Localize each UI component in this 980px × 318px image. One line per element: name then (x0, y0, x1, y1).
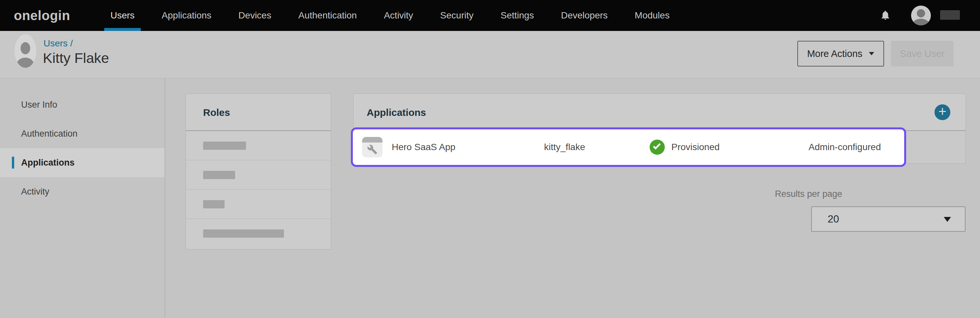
provisioned-check-icon (650, 139, 665, 155)
avatar-silhouette-body (913, 19, 929, 25)
avatar-silhouette-body (16, 58, 34, 68)
breadcrumb[interactable]: Users / (43, 38, 73, 49)
applications-panel-title: Applications (367, 94, 426, 131)
add-application-button[interactable]: + (934, 104, 950, 120)
onelogin-admin-page: onelogin Users Applications Devices Auth… (0, 0, 980, 318)
more-actions-label: More Actions (807, 48, 862, 59)
save-user-label: Save User (900, 48, 944, 59)
avatar-silhouette-head (917, 9, 925, 17)
results-per-page-select[interactable]: 20 (811, 206, 966, 232)
account-avatar[interactable] (911, 6, 931, 25)
nav-tab-security[interactable]: Security (427, 0, 487, 31)
applications-panel-header: Applications + (353, 94, 966, 131)
sidebar-item-user-info[interactable]: User Info (0, 90, 165, 119)
nav-tab-devices[interactable]: Devices (225, 0, 285, 31)
nav-tab-label: Activity (384, 10, 413, 21)
roles-panel-header: Roles (186, 94, 331, 131)
sidebar-item-applications[interactable]: Applications (0, 148, 165, 177)
redacted-role-name (203, 171, 235, 179)
notifications-bell-icon[interactable] (880, 9, 891, 21)
app-status-label: Provisioned (671, 142, 719, 152)
account-name-redacted[interactable] (940, 10, 960, 20)
nav-tab-label: Users (110, 10, 135, 21)
app-status-cell: Provisioned (650, 130, 719, 165)
sidebar-item-label: Applications (21, 158, 75, 168)
redacted-role-name (203, 200, 224, 208)
page-title: Kitty Flake (43, 50, 109, 66)
chevron-down-icon (944, 217, 951, 222)
roles-panel: Roles (186, 93, 331, 250)
app-config-type: Admin-configured (808, 130, 881, 165)
nav-tab-authentication[interactable]: Authentication (285, 0, 370, 31)
nav-tab-label: Authentication (298, 10, 357, 21)
onelogin-logo[interactable]: onelogin (14, 0, 70, 31)
nav-tab-users[interactable]: Users (97, 0, 148, 31)
save-user-button[interactable]: Save User (891, 41, 954, 66)
top-nav-bar: onelogin Users Applications Devices Auth… (0, 0, 980, 31)
sidebar-item-authentication[interactable]: Authentication (0, 119, 165, 148)
nav-tab-developers[interactable]: Developers (547, 0, 621, 31)
nav-tab-label: Devices (239, 10, 271, 21)
nav-tab-label: Developers (561, 10, 608, 21)
redacted-role-name (203, 142, 246, 150)
nav-tab-label: Security (440, 10, 474, 21)
sidebar-item-label: Authentication (21, 129, 78, 139)
nav-tab-modules[interactable]: Modules (621, 0, 683, 31)
sidebar-item-label: Activity (21, 187, 49, 197)
results-per-page-label: Results per page (775, 189, 842, 199)
results-per-page-value: 20 (828, 207, 839, 231)
roles-panel-title: Roles (203, 94, 230, 131)
redacted-role-name (203, 229, 284, 238)
avatar-silhouette-head (21, 42, 30, 54)
sidebar-divider (165, 78, 165, 318)
app-username: kitty_flake (544, 130, 585, 165)
nav-tab-label: Settings (501, 10, 534, 21)
sidebar-item-activity[interactable]: Activity (0, 177, 165, 206)
app-icon-titlebar (362, 137, 382, 142)
nav-tab-applications[interactable]: Applications (148, 0, 225, 31)
main-content: User Info Authentication Applications Ac… (0, 78, 980, 318)
chevron-down-icon (869, 52, 874, 55)
user-avatar (14, 34, 36, 68)
more-actions-button[interactable]: More Actions (797, 41, 884, 66)
active-tab-underline (104, 28, 141, 31)
active-item-accent-bar (12, 157, 14, 169)
role-row[interactable] (186, 190, 331, 219)
app-icon (362, 137, 382, 157)
wrench-icon (367, 144, 377, 155)
plus-icon: + (939, 105, 947, 119)
application-row-hero-saas-app[interactable]: Hero SaaS App kitty_flake Provisioned Ad… (351, 127, 906, 167)
sidebar-item-label: User Info (21, 100, 57, 110)
nav-tab-label: Applications (162, 10, 212, 21)
check-mark (653, 142, 660, 149)
primary-nav: Users Applications Devices Authenticatio… (97, 0, 683, 31)
nav-tab-settings[interactable]: Settings (487, 0, 547, 31)
nav-tab-activity[interactable]: Activity (370, 0, 427, 31)
role-row[interactable] (186, 219, 331, 248)
app-name: Hero SaaS App (392, 130, 455, 165)
user-page-header: Users / Kitty Flake More Actions Save Us… (0, 31, 980, 78)
nav-tab-label: Modules (635, 10, 670, 21)
role-row[interactable] (186, 131, 331, 160)
role-row[interactable] (186, 160, 331, 190)
